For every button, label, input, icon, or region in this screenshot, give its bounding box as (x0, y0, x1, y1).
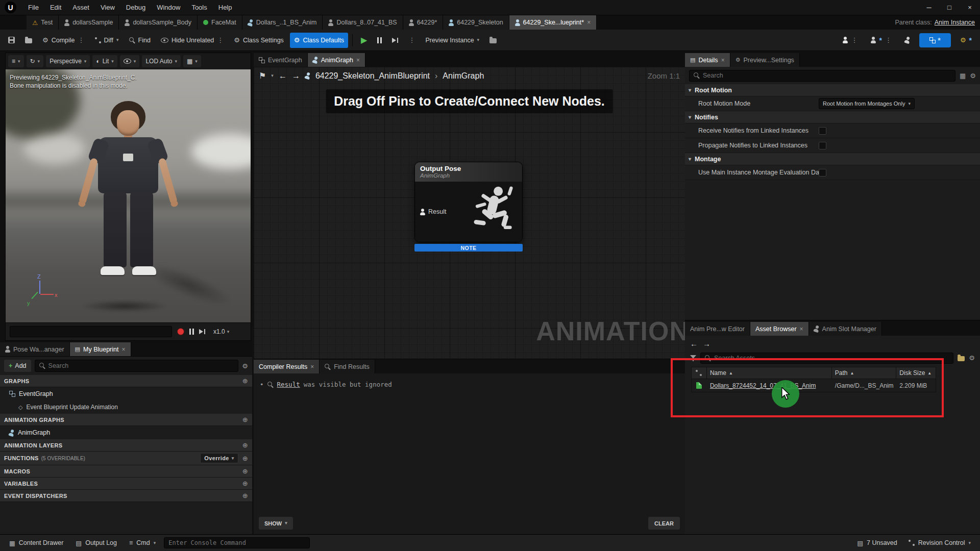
tab-anim-preview-editor[interactable]: Anim Pre...w Editor (685, 322, 750, 336)
bookmark-icon[interactable]: ⚑ (259, 71, 266, 81)
section-animation-layers[interactable]: ANIMATION LAYERS ⊕ (0, 439, 252, 452)
output-log-button[interactable]: ▤ Output Log (71, 535, 121, 551)
compiler-message[interactable]: • Result was visible but ignored (254, 373, 685, 388)
column-name[interactable]: Name ▲ (707, 367, 832, 379)
panel-settings-icon[interactable]: ⚙ (242, 362, 248, 370)
menu-view[interactable]: View (95, 0, 120, 15)
hide-unrelated-button[interactable]: Hide Unrelated ⋮ (157, 33, 228, 48)
output-pose-node[interactable]: Output Pose AnimGraph Result (414, 162, 523, 252)
tab-dollarssample[interactable]: dollarsSample (59, 15, 119, 30)
asset-search-input[interactable] (714, 355, 949, 362)
close-tab-icon[interactable]: × (721, 57, 725, 63)
tab-details[interactable]: ▤ Details × (685, 53, 730, 67)
content-drawer-button[interactable]: ▦ Content Drawer (5, 535, 67, 551)
node-header[interactable]: Output Pose AnimGraph (415, 162, 522, 182)
maximize-button[interactable]: □ (939, 0, 960, 15)
tab-my-blueprint[interactable]: ▤ My Blueprint × (70, 342, 131, 356)
tab-dollars-bs-anim[interactable]: Dollars_..1_BS_Anim (242, 15, 323, 30)
section-graphs[interactable]: GRAPHS ⊕ (0, 375, 252, 387)
create-asset-button[interactable]: * (919, 33, 951, 47)
play-options-menu[interactable]: ⋮ (404, 33, 419, 48)
debug-filter-button[interactable] (485, 33, 501, 48)
graph-back-button[interactable]: ← (279, 71, 287, 81)
column-path[interactable]: Path ▲ (832, 367, 896, 379)
details-search-input[interactable] (703, 72, 951, 79)
category-montage[interactable]: ▾ Montage (685, 153, 980, 165)
play-button[interactable]: ▶ (357, 33, 371, 48)
add-animation-layer-icon[interactable]: ⊕ (242, 441, 248, 449)
retargeter-button[interactable] (901, 33, 914, 48)
browser-settings-icon[interactable]: ⚙ (969, 354, 975, 362)
add-graph-icon[interactable]: ⊕ (242, 377, 248, 385)
close-tab-icon[interactable]: × (310, 364, 314, 370)
console-command-box[interactable] (164, 537, 310, 548)
blueprint-search-input[interactable] (48, 362, 234, 369)
item-eventgraph[interactable]: EventGraph (0, 387, 252, 400)
blueprint-search-box[interactable] (35, 360, 239, 372)
close-tab-icon[interactable]: × (800, 326, 803, 332)
editor-hints-button[interactable]: ⚙ * (956, 33, 976, 48)
preview-mesh-button[interactable]: ⋮ (839, 33, 862, 48)
show-filter-button[interactable]: SHOW ▾ (259, 517, 293, 530)
message-link[interactable]: Result (277, 381, 300, 388)
preview-animation-button[interactable]: * ⋮ (867, 33, 895, 48)
column-disk-size[interactable]: Disk Size ▲ (896, 367, 936, 379)
clear-button[interactable]: CLEAR (648, 517, 680, 530)
grid-settings-dropdown[interactable]: ▦ ▾ (183, 55, 201, 67)
animgraph-canvas[interactable]: ⚑ ▾ ← → 64229_Skeleton_AnimBlueprint › A… (254, 67, 685, 359)
add-animation-graph-icon[interactable]: ⊕ (242, 416, 248, 423)
class-settings-button[interactable]: ⚙ Class Settings (230, 33, 288, 48)
override-dropdown[interactable]: Override ▾ (200, 453, 238, 463)
tab-dollarssample-body[interactable]: dollarsSample_Body (119, 15, 198, 30)
add-event-dispatcher-icon[interactable]: ⊕ (242, 492, 248, 499)
save-button[interactable] (4, 33, 19, 48)
graph-forward-button[interactable]: → (292, 71, 300, 81)
section-variables[interactable]: VARIABLES ⊕ (0, 478, 252, 490)
preview-instance-dropdown[interactable]: Preview Instance ▾ (421, 33, 483, 48)
details-settings-icon[interactable]: ⚙ (970, 72, 976, 80)
section-animation-graphs[interactable]: ANIMATION GRAPHS ⊕ (0, 414, 252, 426)
unsaved-assets-button[interactable]: ▤ 7 Unsaved (853, 539, 901, 547)
display-filter-icon[interactable]: ▦ (960, 72, 966, 80)
section-macros[interactable]: MACROS ⊕ (0, 465, 252, 478)
breadcrumb-root[interactable]: 64229_Skeleton_AnimBlueprint (315, 71, 430, 81)
tab-asset-browser[interactable]: Asset Browser × (750, 322, 809, 336)
item-animgraph[interactable]: AnimGraph (0, 426, 252, 439)
menu-window[interactable]: Window (151, 0, 186, 15)
close-window-button[interactable]: × (960, 0, 980, 15)
viewport-options-button[interactable]: ≡ ▾ (8, 55, 24, 67)
pause-button[interactable] (189, 329, 194, 335)
step-frame-button[interactable] (388, 33, 402, 48)
step-forward-button[interactable] (199, 329, 205, 335)
browse-asset-button[interactable] (21, 33, 36, 48)
montage-evaluation-checkbox[interactable] (819, 169, 826, 177)
receive-notifies-checkbox[interactable] (819, 127, 826, 135)
breadcrumb-current[interactable]: AnimGraph (443, 71, 484, 81)
console-command-input[interactable] (168, 539, 305, 546)
propagate-notifies-checkbox[interactable] (819, 142, 826, 149)
diff-button[interactable]: Diff ▾ (91, 33, 123, 48)
minimize-button[interactable]: ─ (919, 0, 939, 15)
note-banner[interactable]: NOTE (414, 244, 523, 252)
tab-anim-slot-manager[interactable]: Anim Slot Manager (809, 322, 882, 336)
frame-skip-button[interactable] (373, 33, 386, 48)
compile-options-icon[interactable]: ⋮ (78, 36, 85, 44)
lod-dropdown[interactable]: LOD Auto ▾ (142, 55, 181, 67)
add-button[interactable]: + Add (4, 360, 31, 372)
tab-eventgraph-doc[interactable]: EventGraph (254, 53, 308, 67)
tab-compiler-results[interactable]: Compiler Results × (254, 360, 320, 373)
tab-64229[interactable]: 64229* (403, 15, 444, 30)
perspective-dropdown[interactable]: Perspective ▾ (46, 55, 90, 67)
tab-find-results[interactable]: Find Results (320, 360, 375, 373)
history-forward-button[interactable]: → (703, 339, 710, 348)
section-event-dispatchers[interactable]: EVENT DISPATCHERS ⊕ (0, 490, 252, 502)
viewport-3d-view[interactable]: Previewing 64229_Skeleton_AnimBlueprint_… (6, 69, 251, 322)
hide-unrelated-options-icon[interactable]: ⋮ (217, 36, 224, 44)
cmd-dropdown[interactable]: ≡ Cmd ▾ (125, 535, 160, 551)
item-event-blueprint-update-animation[interactable]: ◇ Event Blueprint Update Animation (0, 400, 252, 414)
tab-test[interactable]: ⚠ Test (27, 15, 59, 30)
history-back-button[interactable]: ← (690, 339, 698, 348)
tab-facemat[interactable]: FaceMat (198, 15, 242, 30)
add-variable-icon[interactable]: ⊕ (242, 480, 248, 487)
tab-animgraph-doc[interactable]: AnimGraph × (308, 53, 365, 67)
